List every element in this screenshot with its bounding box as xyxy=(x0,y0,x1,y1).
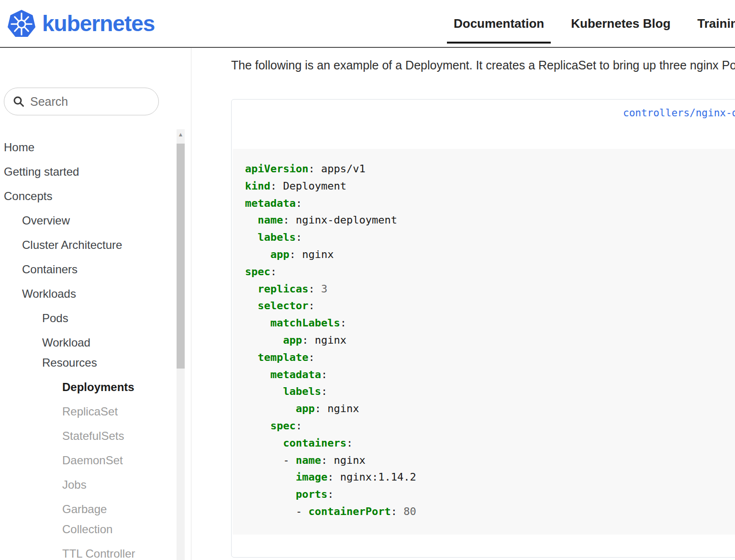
page-body: HomeGetting startedConceptsOverviewClust… xyxy=(0,48,735,560)
yaml-line: labels: xyxy=(245,383,735,400)
sidebar-item-garbage-collection[interactable]: Garbage Collection xyxy=(4,499,143,539)
sidebar-item-deployments[interactable]: Deployments xyxy=(4,377,143,397)
sidebar: HomeGetting startedConceptsOverviewClust… xyxy=(0,48,191,560)
yaml-line: name: nginx-deployment xyxy=(245,212,735,229)
sidebar-item-cluster-architecture[interactable]: Cluster Architecture xyxy=(4,235,143,255)
sidebar-nav: HomeGetting startedConceptsOverviewClust… xyxy=(4,137,191,560)
scrollbar-thumb[interactable] xyxy=(177,144,185,369)
scrollbar-up-arrow-icon[interactable]: ▲ xyxy=(177,129,185,140)
kubernetes-logo-icon xyxy=(7,9,36,38)
yaml-line: app: nginx xyxy=(245,400,735,417)
sidebar-item-replicaset[interactable]: ReplicaSet xyxy=(4,402,143,422)
yaml-line: matchLabels: xyxy=(245,314,735,332)
nav-documentation[interactable]: Documentation xyxy=(454,16,544,31)
sidebar-item-pods[interactable]: Pods xyxy=(4,308,143,328)
yaml-line: metadata: xyxy=(245,366,735,383)
yaml-line: selector: xyxy=(245,297,735,314)
main-content: The following is an example of a Deploym… xyxy=(191,48,735,560)
sidebar-item-ttl-controller[interactable]: TTL Controller xyxy=(4,544,143,560)
yaml-line: ports: xyxy=(245,486,735,503)
nav-training[interactable]: Training xyxy=(697,16,735,31)
yaml-line: labels: xyxy=(245,229,735,246)
code-sample-card: controllers/nginx-deployment.yaml apiVer… xyxy=(231,99,735,558)
search-input[interactable] xyxy=(29,94,150,109)
yaml-line: spec: xyxy=(245,417,735,435)
sidebar-item-workload-resources[interactable]: Workload Resources xyxy=(4,333,143,373)
sidebar-item-jobs[interactable]: Jobs xyxy=(4,475,143,495)
nav-kubernetes-blog[interactable]: Kubernetes Blog xyxy=(571,16,670,31)
yaml-line: - containerPort: 80 xyxy=(245,503,735,520)
header-nav: Documentation Kubernetes Blog Training xyxy=(454,0,735,47)
yaml-line: spec: xyxy=(245,263,735,280)
search-box[interactable] xyxy=(4,88,159,115)
yaml-line: image: nginx:1.14.2 xyxy=(245,469,735,486)
code-file-link[interactable]: controllers/nginx-deployment.yaml xyxy=(623,107,735,119)
sidebar-item-statefulsets[interactable]: StatefulSets xyxy=(4,426,143,446)
site-header: kubernetes Documentation Kubernetes Blog… xyxy=(0,0,735,48)
search-icon xyxy=(13,96,24,107)
sidebar-item-concepts[interactable]: Concepts xyxy=(4,186,143,206)
sidebar-item-overview[interactable]: Overview xyxy=(4,211,143,231)
yaml-line: kind: Deployment xyxy=(245,178,735,195)
logo-text: kubernetes xyxy=(42,11,155,36)
sidebar-item-workloads[interactable]: Workloads xyxy=(4,284,143,304)
intro-text: The following is an example of a Deploym… xyxy=(231,58,735,72)
sidebar-item-containers[interactable]: Containers xyxy=(4,259,143,280)
yaml-code-block: apiVersion: apps/v1kind: Deploymentmetad… xyxy=(233,149,735,535)
sidebar-item-getting-started[interactable]: Getting started xyxy=(4,162,143,182)
yaml-line: app: nginx xyxy=(245,332,735,349)
yaml-line: metadata: xyxy=(245,195,735,212)
yaml-line: - name: nginx xyxy=(245,452,735,469)
yaml-line: containers: xyxy=(245,435,735,452)
logo[interactable]: kubernetes xyxy=(7,9,155,38)
yaml-line: apiVersion: apps/v1 xyxy=(245,160,735,178)
sidebar-scrollbar[interactable]: ▲ xyxy=(177,129,185,560)
sidebar-item-home[interactable]: Home xyxy=(4,137,143,157)
yaml-line: app: nginx xyxy=(245,246,735,263)
yaml-line: template: xyxy=(245,349,735,366)
yaml-line: replicas: 3 xyxy=(245,280,735,298)
sidebar-item-daemonset[interactable]: DaemonSet xyxy=(4,450,143,470)
